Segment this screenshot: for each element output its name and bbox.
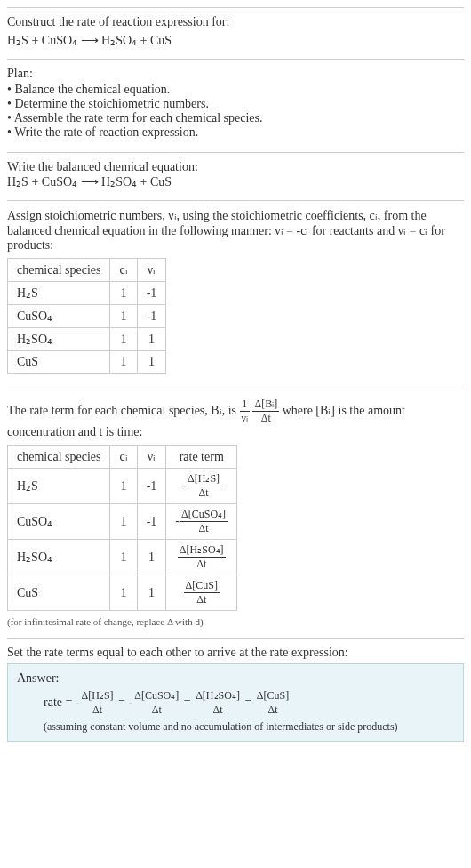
table-row: H₂SO₄ 1 1 Δ[H₂SO₄]Δt	[8, 540, 237, 575]
rateterm-section: The rate term for each chemical species,…	[7, 390, 464, 638]
frac-num: Δ[CuS]	[255, 689, 291, 703]
col-species: chemical species	[8, 446, 110, 469]
frac-den: Δt	[132, 703, 180, 717]
frac-den: Δt	[194, 703, 242, 717]
cell-c: 1	[110, 328, 137, 351]
answer-expression: rate = -Δ[H₂S]Δt = -Δ[CuSO₄]Δt = Δ[H₂SO₄…	[17, 689, 454, 717]
table-row: H₂S 1 -1 -Δ[H₂S]Δt	[8, 469, 237, 504]
balanced-section: Write the balanced chemical equation: H₂…	[7, 152, 464, 200]
rateterm-note: (for infinitesimal rate of change, repla…	[7, 616, 464, 627]
frac-num: Δ[H₂S]	[186, 472, 221, 486]
cell-species: CuSO₄	[8, 504, 110, 540]
frac-num: Δ[CuSO₄]	[132, 689, 180, 703]
equals-sign: =	[184, 695, 194, 709]
cell-species: H₂SO₄	[8, 328, 110, 351]
cell-species: H₂S	[8, 282, 110, 305]
cell-nu: 1	[137, 540, 166, 575]
col-c: cᵢ	[110, 446, 137, 469]
cell-nu: -1	[137, 305, 166, 328]
plan-item: Balance the chemical equation.	[7, 83, 464, 97]
equals-sign: =	[118, 695, 128, 709]
table-row: H₂SO₄ 1 1	[8, 328, 166, 351]
stoich-table-2: chemical species cᵢ νᵢ rate term H₂S 1 -…	[7, 445, 237, 611]
rateterm-intro: The rate term for each chemical species,…	[7, 398, 464, 439]
frac-num: 1	[240, 398, 250, 412]
cell-species: CuS	[8, 575, 110, 611]
frac-num: Δ[CuSO₄]	[180, 508, 228, 522]
cell-c: 1	[110, 469, 137, 504]
rate-label: rate =	[44, 695, 76, 709]
frac-den: Δt	[80, 703, 116, 717]
rate-frac: Δ[H₂S]Δt	[80, 689, 116, 717]
equals-sign: =	[244, 695, 254, 709]
cell-species: H₂SO₄	[8, 540, 110, 575]
col-c: cᵢ	[110, 259, 137, 282]
col-species: chemical species	[8, 259, 110, 282]
rate-frac: Δ[CuSO₄]Δt	[180, 508, 228, 535]
cell-nu: -1	[137, 282, 166, 305]
plan-section: Plan: Balance the chemical equation. Det…	[7, 59, 464, 152]
frac-num: Δ[H₂SO₄]	[194, 689, 242, 703]
cell-species: CuSO₄	[8, 305, 110, 328]
cell-rate: Δ[H₂SO₄]Δt	[166, 540, 237, 575]
rate-frac: Δ[CuS]Δt	[255, 689, 291, 717]
col-nu: νᵢ	[137, 446, 166, 469]
frac-num: Δ[CuS]	[184, 579, 220, 593]
frac-num: Δ[Bᵢ]	[252, 398, 279, 412]
cell-c: 1	[110, 351, 137, 374]
table-header-row: chemical species cᵢ νᵢ rate term	[8, 446, 237, 469]
rateterm-intro-a: The rate term for each chemical species,…	[7, 404, 240, 417]
plan-item: Assemble the rate term for each chemical…	[7, 111, 464, 125]
cell-c: 1	[110, 504, 137, 540]
cell-rate: -Δ[H₂S]Δt	[166, 469, 237, 504]
rate-frac: Δ[CuSO₄]Δt	[132, 689, 180, 717]
rate-frac: Δ[H₂S]Δt	[186, 472, 221, 500]
rate-frac: Δ[H₂SO₄]Δt	[194, 689, 242, 717]
table-row: CuSO₄ 1 -1 -Δ[CuSO₄]Δt	[8, 504, 237, 540]
cell-c: 1	[110, 305, 137, 328]
frac-den: Δt	[180, 522, 228, 535]
col-rate: rate term	[166, 446, 237, 469]
cell-c: 1	[110, 575, 137, 611]
frac-den: Δt	[178, 558, 226, 571]
cell-nu: -1	[137, 469, 166, 504]
final-prompt: Set the rate terms equal to each other t…	[7, 646, 464, 660]
cell-nu: 1	[137, 328, 166, 351]
balanced-equation: H₂S + CuSO₄ ⟶ H₂SO₄ + CuS	[7, 174, 464, 189]
final-section: Set the rate terms equal to each other t…	[7, 638, 464, 752]
plan-list: Balance the chemical equation. Determine…	[7, 83, 464, 140]
table-row: H₂S 1 -1	[8, 282, 166, 305]
col-nu: νᵢ	[137, 259, 166, 282]
frac-num: Δ[H₂S]	[80, 689, 116, 703]
cell-nu: 1	[137, 351, 166, 374]
cell-species: CuS	[8, 351, 110, 374]
frac-den: νᵢ	[240, 412, 250, 425]
table-row: CuSO₄ 1 -1	[8, 305, 166, 328]
assign-intro: Assign stoichiometric numbers, νᵢ, using…	[7, 208, 464, 253]
frac-den: Δt	[252, 412, 279, 425]
question-section: Construct the rate of reaction expressio…	[7, 7, 464, 59]
cell-nu: -1	[137, 504, 166, 540]
frac-num: Δ[H₂SO₄]	[178, 543, 226, 558]
table-row: CuS 1 1	[8, 351, 166, 374]
stoich-table-1: chemical species cᵢ νᵢ H₂S 1 -1 CuSO₄ 1 …	[7, 258, 166, 374]
table-header-row: chemical species cᵢ νᵢ	[8, 259, 166, 282]
plan-item: Determine the stoichiometric numbers.	[7, 97, 464, 111]
cell-c: 1	[110, 540, 137, 575]
answer-label: Answer:	[17, 671, 454, 686]
rate-frac: Δ[CuS]Δt	[184, 579, 220, 607]
cell-nu: 1	[137, 575, 166, 611]
answer-note: (assuming constant volume and no accumul…	[17, 720, 454, 734]
frac-one-over-nu: 1 νᵢ	[240, 398, 250, 425]
answer-box: Answer: rate = -Δ[H₂S]Δt = -Δ[CuSO₄]Δt =…	[7, 663, 464, 742]
rate-frac: Δ[H₂SO₄]Δt	[178, 543, 226, 571]
cell-rate: -Δ[CuSO₄]Δt	[166, 504, 237, 540]
frac-den: Δt	[255, 703, 291, 717]
plan-item: Write the rate of reaction expression.	[7, 125, 464, 140]
question-prompt: Construct the rate of reaction expressio…	[7, 15, 464, 29]
cell-c: 1	[110, 282, 137, 305]
cell-rate: Δ[CuS]Δt	[166, 575, 237, 611]
assign-section: Assign stoichiometric numbers, νᵢ, using…	[7, 200, 464, 390]
plan-title: Plan:	[7, 67, 464, 81]
balanced-title: Write the balanced chemical equation:	[7, 160, 464, 174]
